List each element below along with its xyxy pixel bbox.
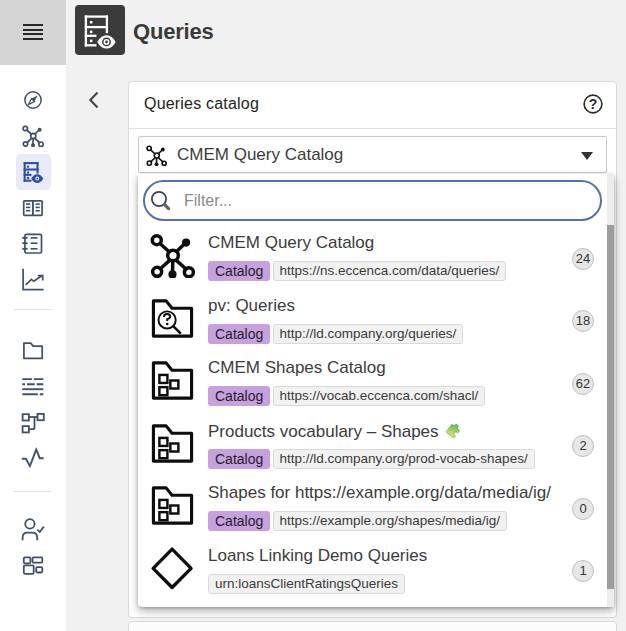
svg-text:?: ? (589, 96, 598, 112)
